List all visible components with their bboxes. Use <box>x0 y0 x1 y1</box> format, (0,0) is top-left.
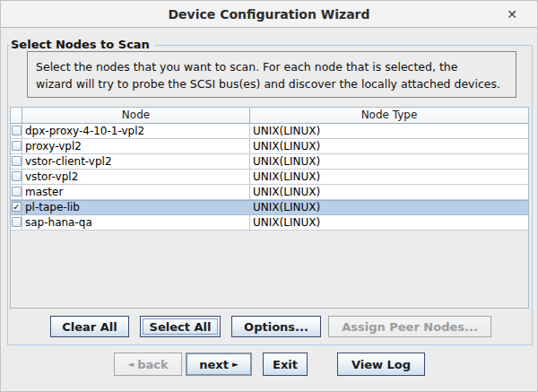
close-icon[interactable]: ✕ <box>507 6 517 22</box>
row-checkbox[interactable]: ✓ <box>11 200 22 215</box>
exit-button[interactable]: Exit <box>263 353 308 376</box>
checkbox-column-header <box>11 108 22 124</box>
back-button-label: back <box>137 358 168 371</box>
select-all-button[interactable]: Select All <box>140 316 221 337</box>
node-column-header: Node <box>22 108 250 124</box>
row-checkbox[interactable] <box>11 124 22 139</box>
row-checkbox[interactable] <box>11 170 22 185</box>
check-icon: ✓ <box>13 203 21 211</box>
node-type-cell: UNIX(LINUX) <box>250 170 528 185</box>
node-type-cell: UNIX(LINUX) <box>250 185 528 200</box>
next-button[interactable]: next ► <box>186 353 252 376</box>
instructions-line1: Select the nodes that you want to scan. … <box>36 58 516 75</box>
assign-peer-nodes-button: Assign Peer Nodes... <box>328 316 491 337</box>
row-checkbox[interactable] <box>11 215 22 231</box>
checkbox-icon <box>12 217 22 227</box>
row-checkbox[interactable] <box>11 154 22 170</box>
instructions-text: Select the nodes that you want to scan. … <box>27 51 516 98</box>
table-row[interactable]: vstor-vpl2 UNIX(LINUX) <box>11 170 528 185</box>
device-configuration-wizard-dialog: Device Configuration Wizard ✕ Select Nod… <box>0 0 538 392</box>
node-name-cell: master <box>22 185 250 200</box>
next-arrow-icon: ► <box>232 360 239 369</box>
node-type-cell: UNIX(LINUX) <box>250 154 528 170</box>
nodes-table: Node Node Type dpx-proxy-4-10-1-vpl2 UNI… <box>10 107 529 309</box>
window-titlebar: Device Configuration Wizard ✕ <box>1 1 537 28</box>
checkbox-icon: ✓ <box>12 202 22 212</box>
table-row[interactable]: dpx-proxy-4-10-1-vpl2 UNIX(LINUX) <box>11 124 528 139</box>
table-row[interactable]: master UNIX(LINUX) <box>11 185 528 200</box>
options-button[interactable]: Options... <box>231 316 321 337</box>
table-header: Node Node Type <box>11 108 528 124</box>
back-arrow-icon: ◄ <box>127 360 134 369</box>
checkbox-icon <box>12 187 22 196</box>
node-type-cell: UNIX(LINUX) <box>250 200 528 215</box>
node-type-cell: UNIX(LINUX) <box>250 124 528 139</box>
node-name-cell: vstor-vpl2 <box>22 170 250 185</box>
table-row[interactable]: ✓ pl-tape-lib UNIX(LINUX) <box>11 200 528 215</box>
checkbox-icon <box>12 126 22 135</box>
view-log-button[interactable]: View Log <box>337 353 425 376</box>
window-title: Device Configuration Wizard <box>1 7 537 22</box>
node-name-cell: vstor-client-vpl2 <box>22 154 250 170</box>
node-name-cell: proxy-vpl2 <box>22 139 250 154</box>
checkbox-icon <box>12 141 22 151</box>
node-name-cell: pl-tape-lib <box>22 200 250 215</box>
group-title: Select Nodes to Scan <box>10 38 154 51</box>
clear-all-button[interactable]: Clear All <box>50 316 129 337</box>
back-button: ◄ back <box>114 353 182 376</box>
table-row[interactable]: vstor-client-vpl2 UNIX(LINUX) <box>11 154 528 170</box>
checkbox-icon <box>12 171 22 181</box>
next-button-label: next <box>199 358 229 371</box>
node-type-cell: UNIX(LINUX) <box>250 139 528 154</box>
node-name-cell: sap-hana-qa <box>22 215 250 231</box>
node-name-cell: dpx-proxy-4-10-1-vpl2 <box>22 124 250 139</box>
row-checkbox[interactable] <box>11 185 22 200</box>
node-type-column-header: Node Type <box>250 108 528 124</box>
row-checkbox[interactable] <box>11 139 22 154</box>
node-type-cell: UNIX(LINUX) <box>250 215 528 231</box>
table-row[interactable]: proxy-vpl2 UNIX(LINUX) <box>11 139 528 154</box>
table-row[interactable]: sap-hana-qa UNIX(LINUX) <box>11 215 528 231</box>
instructions-line2: wizard will try to probe the SCSI bus(es… <box>36 75 516 92</box>
checkbox-icon <box>12 156 22 166</box>
